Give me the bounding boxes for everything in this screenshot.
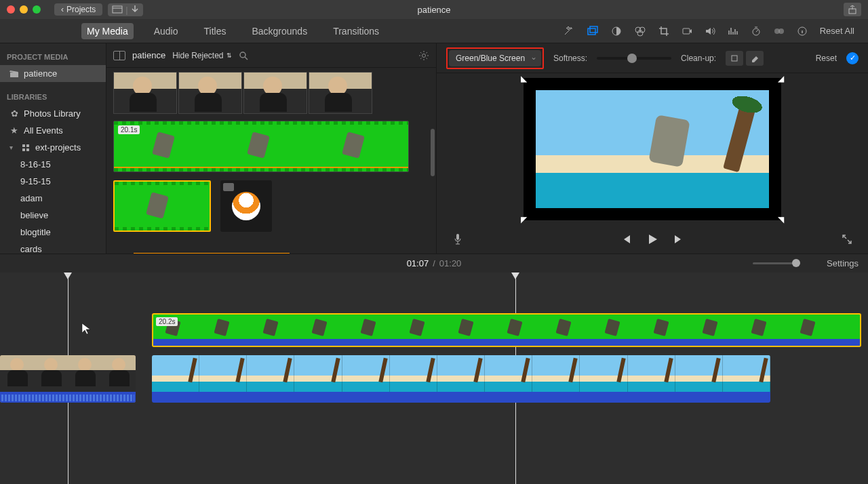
apply-checkmark-button[interactable]: ✓ bbox=[846, 52, 859, 64]
download-icon[interactable] bbox=[131, 5, 139, 15]
sidebar-event-blogtitle[interactable]: blogtitle bbox=[0, 224, 106, 241]
overlay-reset-button[interactable]: Reset bbox=[816, 54, 837, 63]
stabilization-icon[interactable] bbox=[682, 26, 692, 36]
sidebar-project-patience[interactable]: patience bbox=[0, 65, 106, 82]
clips-area: 20.1s bbox=[106, 68, 436, 254]
microphone-icon[interactable] bbox=[453, 233, 462, 245]
softness-slider[interactable] bbox=[597, 57, 671, 60]
back-to-projects-button[interactable]: ‹ Projects bbox=[54, 3, 102, 16]
clip-filmstrip-1[interactable] bbox=[113, 72, 429, 114]
clip-filter-icon[interactable] bbox=[774, 26, 785, 36]
minimize-window-button[interactable] bbox=[20, 5, 28, 14]
time-separator: / bbox=[433, 258, 435, 268]
viewer-panel: Green/Blue Screen Softness: Clean-up: Re… bbox=[437, 43, 868, 254]
overlay-mode-dropdown[interactable]: Green/Blue Screen bbox=[449, 50, 541, 66]
cleanup-label: Clean-up: bbox=[681, 54, 716, 63]
svg-rect-20 bbox=[732, 56, 737, 61]
corner-handle-icon[interactable]: ◥ bbox=[778, 215, 784, 224]
fullscreen-icon[interactable] bbox=[842, 235, 852, 244]
slider-thumb[interactable] bbox=[627, 54, 637, 63]
gear-icon[interactable] bbox=[418, 50, 429, 61]
play-button[interactable] bbox=[646, 233, 658, 245]
sidebar-item-label: All Events bbox=[24, 125, 63, 136]
timeline-zoom-slider[interactable] bbox=[753, 262, 800, 264]
browser-toolbar: patience Hide Rejected ⇅ bbox=[106, 43, 436, 68]
timeline-overlay-clip[interactable]: 20.2s bbox=[152, 313, 861, 347]
sidebar-event-9-15-15[interactable]: 9-15-15 bbox=[0, 173, 106, 190]
sidebar-event-adam[interactable]: adam bbox=[0, 190, 106, 207]
clip-green-screen-cat[interactable]: 20.1s bbox=[113, 121, 409, 172]
volume-icon[interactable] bbox=[705, 26, 715, 36]
share-icon bbox=[848, 5, 857, 14]
sidebar-item-label: 8-16-15 bbox=[20, 159, 51, 169]
browser-scrollbar[interactable] bbox=[431, 129, 435, 176]
tab-transitions[interactable]: Transitions bbox=[328, 23, 384, 39]
svg-point-18 bbox=[240, 52, 245, 58]
import-media-icon[interactable] bbox=[112, 5, 123, 15]
clip-duration-badge: 20.2s bbox=[156, 317, 178, 326]
reset-all-button[interactable]: Reset All bbox=[820, 26, 854, 36]
video-overlay-icon[interactable] bbox=[587, 25, 599, 37]
main-area: PROJECT MEDIA patience LIBRARIES ✿ Photo… bbox=[0, 43, 868, 254]
previous-button[interactable] bbox=[620, 234, 631, 245]
noise-reduction-icon[interactable] bbox=[728, 26, 738, 36]
layout-toggle-icon[interactable] bbox=[113, 51, 125, 60]
softness-label: Softness: bbox=[553, 54, 587, 63]
share-button[interactable] bbox=[844, 3, 861, 16]
window-controls bbox=[7, 5, 41, 14]
clip-green-cat-selected[interactable] bbox=[113, 180, 211, 232]
corner-handle-icon[interactable]: ◣ bbox=[521, 74, 527, 83]
search-icon[interactable] bbox=[239, 51, 248, 60]
tab-backgrounds[interactable]: Backgrounds bbox=[246, 23, 313, 39]
corner-handle-icon[interactable]: ◤ bbox=[521, 215, 527, 224]
svg-rect-17 bbox=[26, 148, 29, 151]
project-media-header: PROJECT MEDIA bbox=[0, 49, 106, 65]
speed-icon[interactable] bbox=[751, 26, 762, 37]
video-preview[interactable]: ◣ ◢ ◤ ◥ bbox=[524, 78, 781, 220]
next-button[interactable] bbox=[673, 234, 684, 245]
tab-my-media[interactable]: My Media bbox=[81, 23, 134, 39]
sidebar-event-believe[interactable]: believe bbox=[0, 207, 106, 224]
close-window-button[interactable] bbox=[7, 5, 15, 14]
cleanup-crop-button[interactable] bbox=[726, 51, 743, 66]
media-browser: patience Hide Rejected ⇅ 20.1s bbox=[106, 43, 437, 254]
timeline-settings-button[interactable]: Settings bbox=[827, 258, 859, 268]
color-correction-icon[interactable] bbox=[634, 26, 646, 37]
flower-icon: ✿ bbox=[9, 109, 19, 119]
tab-audio[interactable]: Audio bbox=[149, 23, 184, 39]
sidebar-all-events[interactable]: ★ All Events bbox=[0, 122, 106, 139]
sidebar-photos-library[interactable]: ✿ Photos Library bbox=[0, 105, 106, 122]
window-title: patience bbox=[417, 5, 450, 15]
timeline-clip-beach[interactable] bbox=[152, 355, 770, 403]
svg-point-19 bbox=[422, 54, 426, 57]
svg-rect-21 bbox=[456, 234, 459, 240]
filter-dropdown[interactable]: Hide Rejected ⇅ bbox=[172, 51, 231, 60]
sidebar-ext-projects[interactable]: ▾ ext-projects bbox=[0, 139, 106, 156]
sidebar-event-8-16-15[interactable]: 8-16-15 bbox=[0, 156, 106, 173]
crop-icon[interactable] bbox=[658, 26, 669, 37]
cleanup-eraser-button[interactable] bbox=[746, 51, 764, 66]
color-balance-icon[interactable] bbox=[611, 26, 622, 37]
filter-label: Hide Rejected bbox=[172, 51, 223, 60]
corner-handle-icon[interactable]: ◢ bbox=[778, 74, 784, 83]
preview-content bbox=[536, 90, 769, 208]
main-toolbar: My Media Audio Titles Backgrounds Transi… bbox=[0, 19, 868, 43]
svg-rect-0 bbox=[113, 6, 122, 13]
browser-event-name: patience bbox=[132, 50, 165, 60]
zoom-window-button[interactable] bbox=[33, 5, 41, 14]
sidebar-item-label: 9-15-15 bbox=[20, 176, 51, 186]
tab-titles[interactable]: Titles bbox=[199, 23, 232, 39]
divider: | bbox=[125, 5, 127, 15]
info-icon[interactable] bbox=[797, 26, 808, 37]
timeline-clip-person[interactable] bbox=[0, 355, 136, 403]
mouse-cursor-icon bbox=[81, 323, 91, 335]
svg-rect-16 bbox=[22, 148, 25, 151]
libraries-header: LIBRARIES bbox=[0, 89, 106, 105]
library-icon bbox=[21, 143, 31, 153]
clip-bb8-photo[interactable] bbox=[220, 180, 272, 232]
transport-controls bbox=[437, 225, 868, 254]
timeline[interactable]: 20.2s bbox=[0, 273, 868, 484]
current-time: 01:07 bbox=[407, 258, 429, 268]
title-bar: ‹ Projects | patience bbox=[0, 0, 868, 19]
enhance-icon[interactable] bbox=[562, 25, 574, 37]
